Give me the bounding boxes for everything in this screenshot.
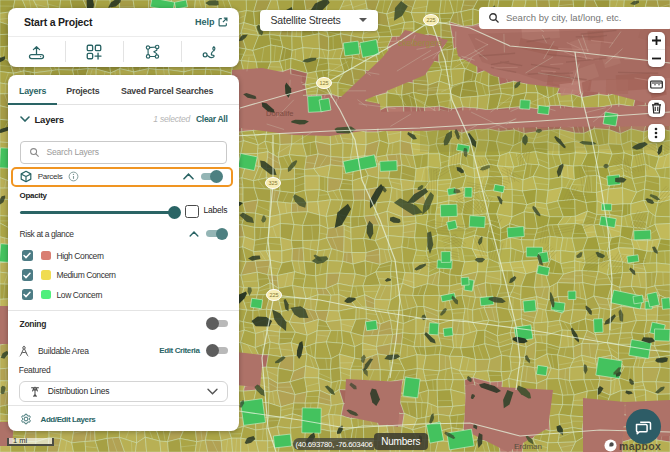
svg-text:225: 225 — [426, 17, 435, 23]
svg-text:ckelbergers: ckelbergers — [398, 38, 442, 48]
svg-text:Donalife: Donalife — [266, 109, 294, 118]
svg-text:325: 325 — [268, 180, 277, 186]
svg-text:125: 125 — [319, 80, 328, 86]
svg-text:Erdman: Erdman — [514, 442, 542, 451]
svg-text:225: 225 — [269, 292, 278, 298]
